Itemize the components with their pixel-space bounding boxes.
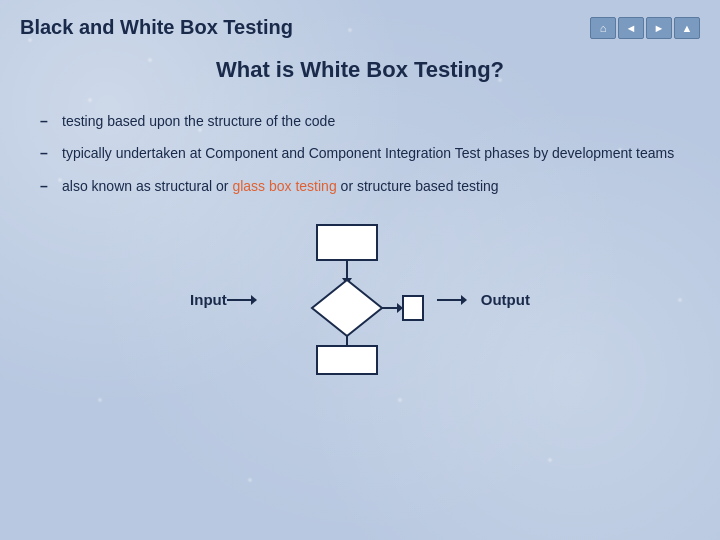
bullet-text-2: typically undertaken at Component and Co… [62, 145, 674, 161]
arrow-out-icon [437, 285, 467, 315]
svg-rect-2 [317, 225, 377, 260]
output-label: Output [481, 291, 530, 308]
slide-page: Black and White Box Testing ⌂ ◄ ► ▲ What… [0, 0, 720, 540]
svg-marker-1 [251, 295, 257, 305]
input-label: Input [190, 291, 227, 308]
diagram-area: Input [30, 220, 690, 380]
bullet-item-1: testing based upon the structure of the … [40, 111, 690, 131]
svg-rect-8 [403, 296, 423, 320]
header: Black and White Box Testing ⌂ ◄ ► ▲ [20, 16, 700, 39]
nav-buttons: ⌂ ◄ ► ▲ [590, 17, 700, 39]
bullet-item-2: typically undertaken at Component and Co… [40, 143, 690, 163]
bullet-text-1: testing based upon the structure of the … [62, 113, 335, 129]
bullet-list: testing based upon the structure of the … [30, 111, 690, 196]
svg-marker-5 [312, 280, 382, 336]
slide-title: What is White Box Testing? [30, 57, 690, 83]
page-title: Black and White Box Testing [20, 16, 293, 39]
bullet-item-3: also known as structural or glass box te… [40, 176, 690, 196]
nav-next-button[interactable]: ► [646, 17, 672, 39]
arrow-in-icon [227, 285, 257, 315]
svg-marker-13 [461, 295, 467, 305]
bullet-text-3-before: also known as structural or [62, 178, 232, 194]
nav-prev-button[interactable]: ◄ [618, 17, 644, 39]
nav-home-button[interactable]: ⌂ [590, 17, 616, 39]
svg-rect-11 [317, 346, 377, 374]
bullet-text-3-after: or structure based testing [337, 178, 499, 194]
nav-up-button[interactable]: ▲ [674, 17, 700, 39]
flowchart-diagram [267, 220, 427, 380]
main-content: What is White Box Testing? testing based… [20, 57, 700, 380]
highlight-text: glass box testing [232, 178, 336, 194]
